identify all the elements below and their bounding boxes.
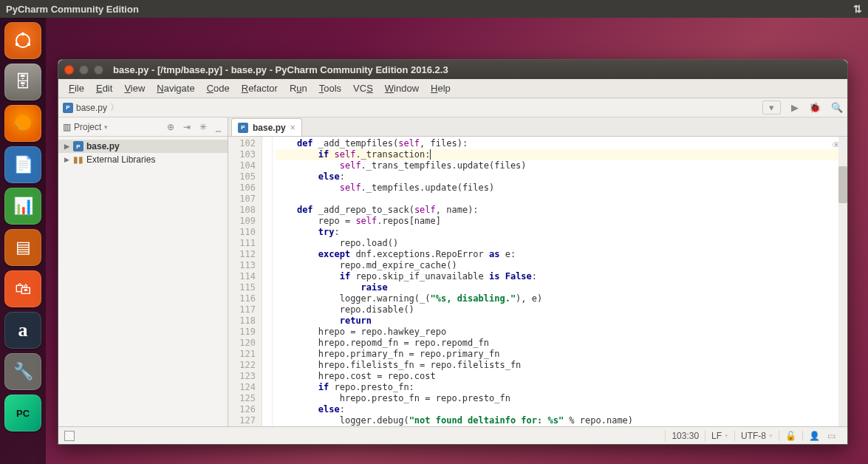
launcher-libreoffice-impress[interactable]: ▤	[4, 229, 41, 266]
tree-external-label: External Libraries	[86, 154, 155, 165]
editor-area: P base.py × 102 103 104 105 106 107 108 …	[228, 117, 847, 426]
editor-tabs: P base.py ×	[228, 117, 847, 137]
project-tool-window: ▥Project ▾ ⊕ ⇥ ✳ ⎯ ▶ P base.py ▶ ▮▮ Exte…	[58, 117, 228, 426]
navigation-bar: P base.py 〉 ▾ ▶ 🐞 🔍	[58, 98, 847, 117]
status-bar: 103:30 LF ÷ UTF-8 ÷ 🔓 👤 ▭	[58, 426, 847, 444]
caret-position[interactable]: 103:30	[665, 431, 705, 441]
launcher-system-settings[interactable]: 🔧	[4, 353, 41, 390]
debug-button-icon[interactable]: 🐞	[809, 102, 821, 113]
menu-edit[interactable]: Edit	[90, 81, 118, 95]
launcher-amazon[interactable]: a	[4, 312, 41, 349]
vertical-scrollbar[interactable]	[838, 137, 847, 426]
tab-label: base.py	[253, 123, 286, 133]
menu-help[interactable]: Help	[425, 81, 457, 95]
line-separator[interactable]: LF ÷	[705, 431, 734, 441]
ubuntu-top-panel: PyCharm Community Edition ⇅	[0, 0, 868, 18]
libraries-icon: ▮▮	[73, 154, 83, 165]
project-tree[interactable]: ▶ P base.py ▶ ▮▮ External Libraries	[58, 137, 228, 169]
line-number-gutter[interactable]: 102 103 104 105 106 107 108 109 110 111 …	[228, 137, 262, 426]
file-encoding[interactable]: UTF-8 ÷	[734, 431, 779, 441]
tool-settings-icon[interactable]: ✳	[197, 122, 209, 132]
tree-external-libraries[interactable]: ▶ ▮▮ External Libraries	[58, 153, 228, 166]
search-everywhere-icon[interactable]: 🔍	[831, 102, 843, 113]
svg-point-3	[27, 43, 30, 46]
network-indicator-icon[interactable]: ⇅	[853, 3, 862, 15]
window-title: base.py - [/tmp/base.py] - base.py - PyC…	[113, 64, 448, 75]
tree-expand-icon[interactable]: ▶	[63, 143, 70, 150]
launcher-pycharm[interactable]: PC	[4, 395, 41, 431]
launcher-ubuntu-software[interactable]: 🛍	[4, 270, 41, 307]
project-toolbar: ▥Project ▾ ⊕ ⇥ ✳ ⎯	[58, 117, 228, 137]
collapse-all-icon[interactable]: ⇥	[181, 122, 193, 132]
menu-window[interactable]: Window	[379, 81, 425, 95]
window-titlebar[interactable]: base.py - [/tmp/base.py] - base.py - PyC…	[58, 60, 847, 79]
scroll-to-source-icon[interactable]: ⊕	[165, 122, 177, 132]
menu-code[interactable]: Code	[201, 81, 236, 95]
menubar: File Edit View Navigate Code Refactor Ru…	[58, 79, 847, 98]
trash-icon[interactable]: ▭	[826, 431, 841, 441]
window-close-button[interactable]	[64, 65, 74, 75]
editor-tab-basepy[interactable]: P base.py ×	[231, 118, 302, 136]
python-file-icon: P	[63, 103, 73, 113]
menu-navigate[interactable]: Navigate	[151, 81, 200, 95]
scrollbar-thumb[interactable]	[838, 166, 847, 203]
pycharm-window: base.py - [/tmp/base.py] - base.py - PyC…	[58, 59, 848, 445]
project-view-label[interactable]: Project	[74, 122, 101, 132]
breadcrumb-chevron-icon: 〉	[110, 101, 119, 114]
launcher-libreoffice-writer[interactable]: 📄	[4, 146, 41, 183]
run-config-dropdown[interactable]: ▾	[762, 100, 781, 115]
fold-gutter[interactable]	[262, 137, 273, 426]
tree-root-label: base.py	[86, 141, 120, 151]
active-app-title: PyCharm Community Edition	[6, 4, 139, 15]
unity-launcher: 🗄 📄 📊 ▤ 🛍 a 🔧 PC	[0, 18, 46, 464]
menu-file[interactable]: File	[63, 81, 90, 95]
launcher-files[interactable]: 🗄	[4, 64, 41, 100]
hide-tool-icon[interactable]: ⎯	[213, 122, 223, 132]
tree-root-file[interactable]: ▶ P base.py	[58, 140, 228, 153]
window-minimize-button[interactable]	[79, 65, 89, 75]
code-content[interactable]: def _add_tempfiles(self, files): if self…	[273, 137, 847, 426]
tab-close-icon[interactable]: ×	[290, 123, 295, 133]
svg-point-2	[16, 43, 18, 46]
menu-view[interactable]: View	[118, 81, 151, 95]
code-editor[interactable]: 102 103 104 105 106 107 108 109 110 111 …	[228, 137, 847, 426]
tool-windows-toggle-icon[interactable]	[64, 431, 75, 441]
python-file-icon: P	[73, 141, 83, 151]
python-file-icon: P	[238, 123, 248, 133]
breadcrumb-file[interactable]: base.py	[76, 103, 107, 113]
window-maximize-button[interactable]	[94, 65, 103, 75]
readonly-lock-icon[interactable]: 🔓	[779, 431, 802, 441]
menu-tools[interactable]: Tools	[313, 81, 347, 95]
hector-icon[interactable]: 👤	[802, 431, 826, 441]
menu-run[interactable]: Run	[284, 81, 313, 95]
launcher-firefox[interactable]	[4, 105, 41, 142]
menu-vcs[interactable]: VCS	[347, 81, 379, 95]
menu-refactor[interactable]: Refactor	[236, 81, 284, 95]
run-button-icon[interactable]: ▶	[791, 102, 799, 113]
launcher-dash[interactable]	[4, 22, 41, 59]
svg-point-1	[21, 33, 24, 35]
tree-expand-icon[interactable]: ▶	[63, 156, 70, 163]
launcher-libreoffice-calc[interactable]: 📊	[4, 188, 41, 225]
project-view-icon: ▥	[63, 122, 71, 132]
